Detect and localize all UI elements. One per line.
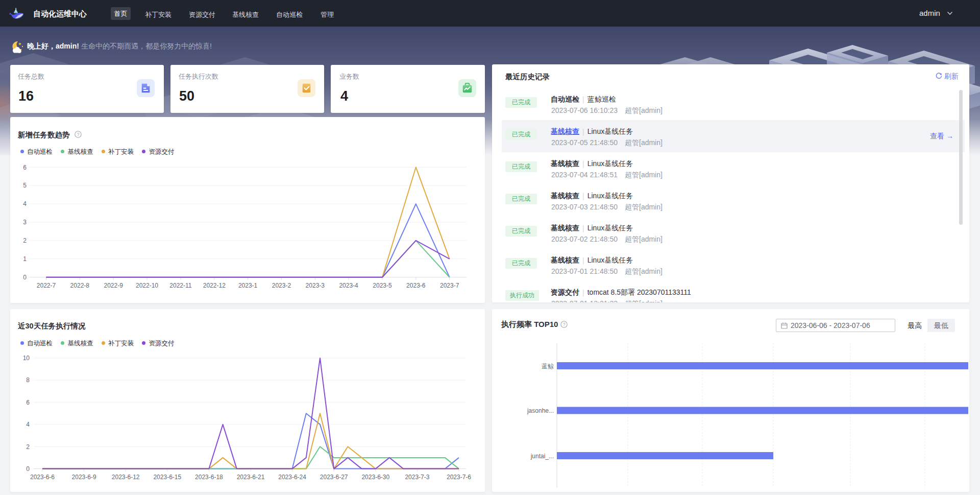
- svg-text:2023-1: 2023-1: [238, 282, 258, 289]
- svg-text:0: 0: [26, 465, 30, 473]
- svg-text:2023-6-24: 2023-6-24: [278, 474, 306, 481]
- svg-text:2023-6-9: 2023-6-9: [72, 474, 96, 481]
- svg-text:2023-4: 2023-4: [339, 282, 358, 289]
- svg-text:5: 5: [23, 182, 27, 189]
- svg-text:蓝鲸: 蓝鲸: [542, 363, 554, 370]
- svg-text:3: 3: [23, 219, 27, 226]
- svg-text:4: 4: [26, 421, 30, 428]
- svg-text:0: 0: [23, 274, 27, 281]
- svg-text:2023-6-30: 2023-6-30: [361, 474, 389, 481]
- svg-text:2023-7-3: 2023-7-3: [405, 474, 429, 481]
- svg-text:2023-6: 2023-6: [406, 282, 426, 289]
- svg-text:2023-6-12: 2023-6-12: [112, 474, 140, 481]
- svg-text:1: 1: [23, 255, 27, 263]
- svg-text:2023-7-6: 2023-7-6: [447, 474, 471, 481]
- svg-text:2022-9: 2022-9: [104, 282, 124, 289]
- svg-text:4: 4: [23, 200, 27, 207]
- svg-text:2023-3: 2023-3: [306, 282, 325, 289]
- svg-text:8: 8: [26, 376, 30, 384]
- svg-text:2023-7: 2023-7: [440, 282, 459, 289]
- svg-text:10: 10: [23, 355, 30, 362]
- svg-text:2: 2: [23, 237, 27, 244]
- svg-text:6: 6: [26, 399, 30, 406]
- svg-text:2022-11: 2022-11: [169, 282, 191, 289]
- svg-text:2022-7: 2022-7: [37, 282, 56, 289]
- svg-text:2023-6-15: 2023-6-15: [153, 474, 181, 481]
- svg-text:2023-5: 2023-5: [373, 282, 392, 289]
- svg-text:juntai_...: juntai_...: [530, 453, 554, 460]
- svg-text:2023-6-6: 2023-6-6: [30, 474, 55, 481]
- svg-text:6: 6: [23, 164, 27, 171]
- svg-text:2022-8: 2022-8: [70, 282, 90, 289]
- svg-text:2: 2: [26, 443, 30, 451]
- svg-text:2023-2: 2023-2: [272, 282, 291, 289]
- svg-text:2023-6-18: 2023-6-18: [195, 474, 223, 481]
- svg-text:2022-10: 2022-10: [136, 282, 158, 289]
- svg-text:2023-6-27: 2023-6-27: [320, 474, 348, 481]
- svg-text:jasonhe...: jasonhe...: [527, 407, 554, 414]
- svg-text:2023-6-21: 2023-6-21: [237, 474, 265, 481]
- svg-text:2022-12: 2022-12: [203, 282, 226, 289]
